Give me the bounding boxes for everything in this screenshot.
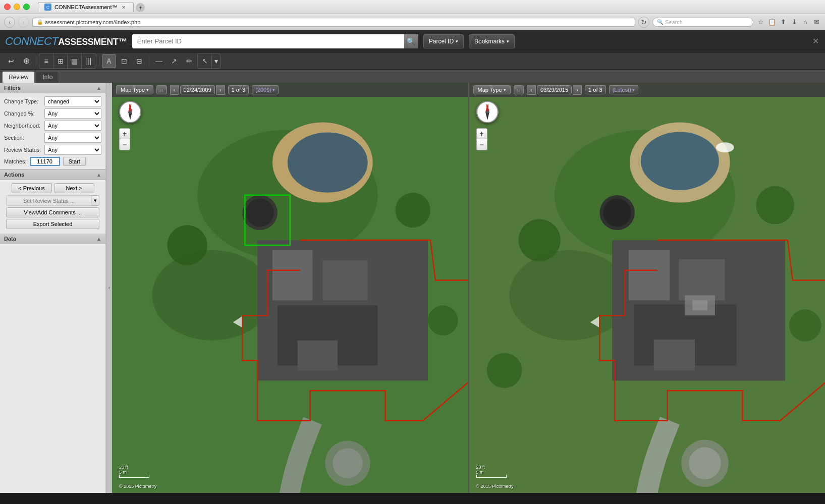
back-tool-button[interactable]: ↩ <box>4 54 18 68</box>
data-collapse-button[interactable]: ▲ <box>96 236 101 242</box>
actions-collapse-button[interactable]: ▲ <box>96 172 101 178</box>
url-bar[interactable]: 🔒 assessment.pictometry.com//index.php <box>32 18 635 27</box>
text-tool-button[interactable]: A <box>102 54 116 68</box>
right-scale-bar: 20 ft 5 m <box>476 465 507 478</box>
previous-button[interactable]: < Previous <box>12 183 52 193</box>
left-zoom-in-button[interactable]: + <box>119 128 130 139</box>
minimize-window-button[interactable] <box>14 4 20 10</box>
table-view-button[interactable]: ▤ <box>68 54 82 68</box>
parcel-id-container[interactable]: 🔍 <box>132 34 418 48</box>
close-window-button[interactable] <box>4 4 11 10</box>
pointer-dropdown-button[interactable]: ▾ <box>212 54 220 68</box>
review-status-select[interactable]: Any <box>44 145 101 155</box>
export-selected-button[interactable]: Export Selected <box>6 219 99 229</box>
right-page-label: 1 of 3 <box>585 85 606 94</box>
right-prev-date-button[interactable]: ‹ <box>527 85 536 95</box>
svg-point-6 <box>246 199 274 227</box>
set-review-dropdown-button[interactable]: ▾ <box>92 195 99 206</box>
left-compass-circle[interactable]: N <box>119 101 141 123</box>
split-view-button[interactable]: ⊞ <box>53 54 68 68</box>
data-header: Data ▲ <box>0 234 105 244</box>
matches-input[interactable] <box>30 157 60 166</box>
tab-close-button[interactable]: ✕ <box>120 4 127 11</box>
back-button[interactable]: ‹ <box>4 17 15 28</box>
pointer-button[interactable]: ↖ <box>198 54 212 68</box>
right-scale-text-ft: 20 ft <box>476 465 507 470</box>
forward-button[interactable]: › <box>18 17 29 28</box>
search-icon: 🔍 <box>657 19 663 25</box>
changed-pct-select[interactable]: Any <box>44 108 101 119</box>
export-tool-button[interactable]: ⊟ <box>132 54 146 68</box>
svg-point-43 <box>518 219 560 261</box>
left-next-date-button[interactable]: › <box>216 85 225 95</box>
set-review-button[interactable]: Set Review Status ... <box>6 195 92 206</box>
svg-point-29 <box>640 132 719 190</box>
section-select[interactable]: Any <box>44 133 101 143</box>
parcel-id-input[interactable] <box>132 37 404 45</box>
left-map-header: Map Type ▾ ≡ ‹ 02/24/2009 › 1 of 3 (2009… <box>112 83 468 97</box>
titlebar: C CONNECTAssessment™ ✕ + <box>0 0 825 14</box>
new-tab-button[interactable]: + <box>136 3 145 12</box>
filters-collapse-button[interactable]: ▲ <box>96 85 101 91</box>
parcel-search-button[interactable]: 🔍 <box>404 34 418 48</box>
start-button[interactable]: Start <box>63 157 86 166</box>
measure-tool-button[interactable]: — <box>152 54 166 68</box>
browser-search-bar[interactable]: 🔍 Search <box>652 18 753 27</box>
home-icon[interactable]: ⌂ <box>801 18 810 27</box>
close-app-button[interactable]: ✕ <box>811 37 820 46</box>
left-layer-button[interactable]: ≡ <box>156 85 167 94</box>
view-comments-button[interactable]: View/Add Comments ... <box>6 207 99 217</box>
search-placeholder: Search <box>665 19 683 25</box>
svg-point-14 <box>333 448 363 478</box>
left-map-type-button[interactable]: Map Type ▾ <box>116 85 153 94</box>
parcel-type-button[interactable]: Parcel ID ▾ <box>423 34 464 48</box>
right-scale-text-m: 5 m <box>476 470 507 475</box>
url-text: assessment.pictometry.com//index.php <box>45 19 140 25</box>
tab-info[interactable]: Info <box>36 71 59 83</box>
left-zoom-out-button[interactable]: − <box>119 139 130 150</box>
download-icon[interactable]: ⬇ <box>790 18 799 27</box>
actions-section: Actions ▲ < Previous Next > Set Review S… <box>0 169 105 234</box>
sidebar-toggle-button[interactable]: ‹ <box>106 83 112 493</box>
map-panel-left[interactable]: Map Type ▾ ≡ ‹ 02/24/2009 › 1 of 3 (2009… <box>112 83 468 493</box>
main-layout: Filters ▲ Change Type: changed Changed %… <box>0 83 825 493</box>
columns-view-button[interactable]: ||| <box>82 54 96 68</box>
actions-header: Actions ▲ <box>0 170 105 180</box>
right-date-label: 03/29/2015 <box>537 85 572 94</box>
neighborhood-select[interactable]: Any <box>44 121 101 131</box>
map-panel-right[interactable]: Map Type ▾ ≡ ‹ 03/29/2015 › 1 of 3 (Late… <box>468 83 826 493</box>
traffic-lights <box>4 4 30 10</box>
right-layer-button[interactable]: ≡ <box>514 85 524 94</box>
right-year-tag[interactable]: (Latest) ▾ <box>609 85 638 94</box>
annotate-tool-button[interactable]: ↗ <box>167 54 181 68</box>
refresh-tool-button[interactable]: ⊕ <box>19 54 33 68</box>
browser-tab[interactable]: C CONNECTAssessment™ ✕ <box>38 2 134 12</box>
lock-icon: 🔒 <box>37 19 43 25</box>
list-view-button[interactable]: ≡ <box>39 54 53 68</box>
draw-tool-button[interactable]: ✏ <box>182 54 196 68</box>
left-prev-date-button[interactable]: ‹ <box>170 85 179 95</box>
left-year-tag[interactable]: (2009) ▾ <box>252 85 279 94</box>
bookmarks-button[interactable]: Bookmarks ▾ <box>469 34 515 48</box>
share-icon[interactable]: ⬆ <box>779 18 788 27</box>
right-map-type-button[interactable]: Map Type ▾ <box>473 85 511 94</box>
right-zoom-in-button[interactable]: + <box>476 128 487 139</box>
bookmark-icon[interactable]: ☆ <box>756 18 765 27</box>
tab-review[interactable]: Review <box>2 71 35 83</box>
maximize-window-button[interactable] <box>23 4 30 10</box>
right-compass-circle[interactable]: N <box>476 101 499 123</box>
change-type-select[interactable]: changed <box>44 96 101 106</box>
filters-content: Change Type: changed Changed %: Any Neig… <box>0 93 105 169</box>
svg-text:N: N <box>129 104 131 107</box>
reading-list-icon[interactable]: 📋 <box>767 18 777 27</box>
svg-rect-9 <box>272 250 312 300</box>
svg-rect-10 <box>322 260 367 300</box>
image-tool-button[interactable]: ⊡ <box>117 54 131 68</box>
refresh-button[interactable]: ↻ <box>638 17 649 28</box>
svg-point-42 <box>689 447 721 479</box>
next-button[interactable]: Next > <box>54 183 94 193</box>
right-next-date-button[interactable]: › <box>573 85 582 95</box>
mail-icon[interactable]: ✉ <box>812 18 821 27</box>
right-zoom-out-button[interactable]: − <box>476 139 487 150</box>
tab-row: Review Info <box>0 70 825 83</box>
